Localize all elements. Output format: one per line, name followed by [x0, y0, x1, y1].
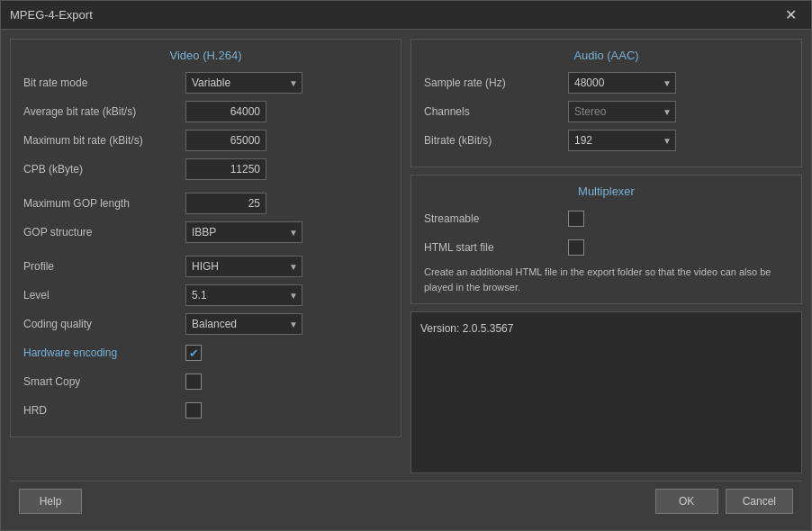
streamable-row: Streamable — [424, 207, 789, 230]
level-select[interactable]: 5.1 5.0 4.2 — [185, 284, 302, 306]
close-button[interactable]: ✕ — [780, 4, 802, 25]
bit-rate-mode-select-wrapper[interactable]: Variable Constant — [185, 72, 302, 94]
streamable-checkbox-cell — [568, 211, 584, 227]
html-start-file-label: HTML start file — [424, 241, 568, 254]
hardware-encoding-label: Hardware encoding — [23, 346, 185, 359]
max-bit-rate-row: Maximum bit rate (kBit/s) — [23, 129, 388, 152]
btn-right-group: OK Cancel — [655, 489, 793, 514]
audio-section-title: Audio (AAC) — [424, 49, 789, 62]
bit-rate-mode-row: Bit rate mode Variable Constant — [23, 71, 388, 94]
cpb-input[interactable] — [185, 158, 266, 180]
hrd-label: HRD — [23, 404, 185, 417]
coding-quality-row: Coding quality Balanced High Quality Dra… — [23, 312, 388, 336]
profile-row: Profile HIGH MAIN BASELINE — [23, 255, 388, 278]
channels-row: Channels Stereo Mono — [424, 100, 789, 123]
bitrate-select-wrapper[interactable]: 192 256 128 96 — [568, 130, 676, 151]
cancel-button[interactable]: Cancel — [726, 489, 793, 514]
max-gop-input[interactable] — [185, 193, 266, 214]
smart-copy-checkbox[interactable] — [185, 374, 202, 390]
max-bit-rate-label: Maximum bit rate (kBit/s) — [23, 134, 185, 147]
hardware-encoding-checkbox-cell — [185, 345, 202, 361]
panels: Video (H.264) Bit rate mode Variable Con… — [10, 39, 802, 473]
max-gop-label: Maximum GOP length — [23, 197, 185, 210]
gop-structure-select[interactable]: IBBP IBP IP — [185, 221, 302, 243]
profile-select[interactable]: HIGH MAIN BASELINE — [185, 256, 302, 277]
left-panel: Video (H.264) Bit rate mode Variable Con… — [10, 39, 401, 473]
hrd-checkbox-cell — [185, 402, 202, 418]
audio-section: Audio (AAC) Sample rate (Hz) 48000 44100… — [411, 39, 802, 167]
bitrate-row: Bitrate (kBit/s) 192 256 128 96 — [424, 129, 789, 152]
max-gop-row: Maximum GOP length — [23, 192, 388, 215]
multiplexer-section: Multiplexer Streamable HTML start file — [411, 175, 802, 304]
level-label: Level — [23, 289, 185, 302]
channels-label: Channels — [424, 105, 568, 118]
sample-rate-row: Sample rate (Hz) 48000 44100 22050 — [424, 71, 789, 94]
level-select-wrapper[interactable]: 5.1 5.0 4.2 — [185, 284, 302, 306]
hrd-checkbox[interactable] — [185, 402, 202, 418]
profile-select-wrapper[interactable]: HIGH MAIN BASELINE — [185, 256, 302, 277]
sample-rate-label: Sample rate (Hz) — [424, 76, 568, 89]
gop-structure-label: GOP structure — [23, 226, 185, 238]
level-row: Level 5.1 5.0 4.2 — [23, 284, 388, 307]
smart-copy-checkbox-cell — [185, 374, 202, 390]
coding-quality-label: Coding quality — [23, 318, 185, 330]
hrd-row: HRD — [23, 399, 388, 422]
gop-structure-select-wrapper[interactable]: IBBP IBP IP — [185, 221, 302, 243]
right-panel: Audio (AAC) Sample rate (Hz) 48000 44100… — [411, 39, 802, 473]
bitrate-label: Bitrate (kBit/s) — [424, 134, 568, 147]
streamable-checkbox[interactable] — [568, 211, 584, 227]
coding-quality-select[interactable]: Balanced High Quality Draft — [185, 313, 302, 335]
bit-rate-mode-select[interactable]: Variable Constant — [185, 72, 302, 94]
channels-select-wrapper[interactable]: Stereo Mono — [568, 101, 676, 122]
coding-quality-select-wrapper[interactable]: Balanced High Quality Draft — [185, 313, 302, 335]
smart-copy-label: Smart Copy — [23, 375, 185, 388]
bit-rate-mode-label: Bit rate mode — [23, 76, 185, 89]
main-window: MPEG-4-Export ✕ Video (H.264) Bit rate m… — [0, 0, 812, 531]
video-section: Video (H.264) Bit rate mode Variable Con… — [10, 39, 401, 437]
channels-select[interactable]: Stereo Mono — [568, 101, 676, 122]
ok-button[interactable]: OK — [655, 489, 718, 514]
hardware-encoding-row: Hardware encoding — [23, 341, 388, 364]
avg-bit-rate-input[interactable] — [185, 101, 266, 122]
html-start-file-checkbox[interactable] — [568, 239, 584, 256]
html-start-file-row: HTML start file — [424, 236, 789, 259]
window-title: MPEG-4-Export — [10, 8, 93, 22]
max-bit-rate-input[interactable] — [185, 130, 266, 151]
profile-label: Profile — [23, 260, 185, 273]
multiplexer-title: Multiplexer — [424, 184, 789, 198]
avg-bit-rate-label: Average bit rate (kBit/s) — [23, 105, 185, 118]
sample-rate-select[interactable]: 48000 44100 22050 — [568, 72, 676, 94]
video-section-title: Video (H.264) — [23, 49, 388, 62]
version-text: Version: 2.0.5.3567 — [420, 322, 513, 335]
cpb-label: CPB (kByte) — [23, 163, 185, 176]
avg-bit-rate-row: Average bit rate (kBit/s) — [23, 100, 388, 123]
sample-rate-select-wrapper[interactable]: 48000 44100 22050 — [568, 72, 676, 94]
title-bar: MPEG-4-Export ✕ — [1, 1, 811, 30]
smart-copy-row: Smart Copy — [23, 370, 388, 393]
content-area: Video (H.264) Bit rate mode Variable Con… — [1, 30, 811, 530]
bottom-bar: Help OK Cancel — [10, 481, 802, 521]
gop-structure-row: GOP structure IBBP IBP IP — [23, 220, 388, 244]
help-button[interactable]: Help — [19, 489, 82, 514]
bitrate-select[interactable]: 192 256 128 96 — [568, 130, 676, 151]
hardware-encoding-checkbox[interactable] — [185, 345, 202, 361]
streamable-label: Streamable — [424, 212, 568, 225]
mux-description: Create an additional HTML file in the ex… — [424, 265, 789, 294]
version-box: Version: 2.0.5.3567 — [411, 311, 802, 473]
html-start-file-checkbox-cell — [568, 239, 584, 256]
cpb-row: CPB (kByte) — [23, 158, 388, 181]
